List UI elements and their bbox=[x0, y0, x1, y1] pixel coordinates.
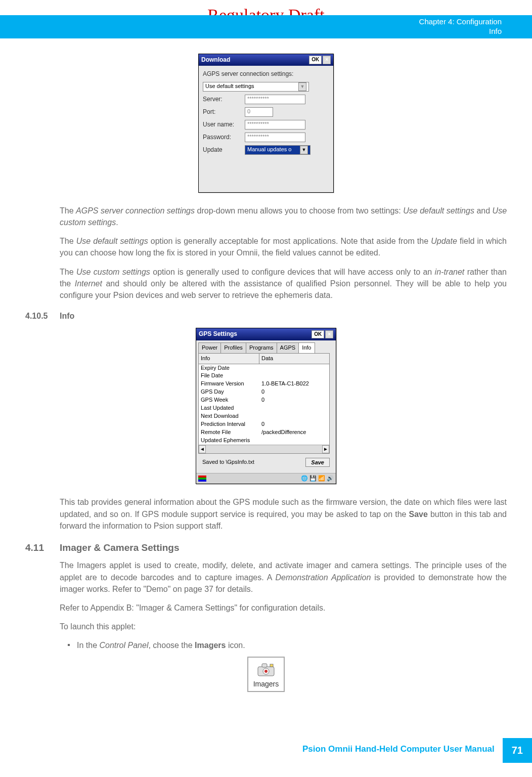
tab-info[interactable]: Info bbox=[298, 342, 315, 353]
info-row: Last Updated bbox=[199, 404, 329, 412]
download-dialog: Download OK × AGPS server connection set… bbox=[198, 54, 334, 193]
paragraph: The Imagers applet is used to create, mo… bbox=[60, 559, 507, 595]
saved-path: Saved to \GpsInfo.txt bbox=[202, 458, 254, 466]
tray-icons: 🌐 💾 📶 🔊 bbox=[301, 474, 334, 483]
dialog-title: GPS Settings bbox=[199, 330, 237, 338]
server-field: ********** bbox=[245, 95, 305, 104]
svg-point-2 bbox=[264, 670, 268, 673]
info-row: GPS Day0 bbox=[199, 388, 329, 396]
paragraph: The Use custom settings option is genera… bbox=[60, 266, 507, 301]
info-row: GPS Week0 bbox=[199, 396, 329, 404]
horizontal-scrollbar[interactable]: ◄► bbox=[199, 445, 329, 454]
section-title: Info bbox=[60, 310, 74, 322]
close-icon[interactable]: × bbox=[323, 56, 331, 64]
bullet: In the Control Panel, choose the Imagers… bbox=[68, 639, 507, 651]
scroll-right-icon[interactable]: ► bbox=[322, 445, 329, 454]
ok-button[interactable]: OK bbox=[312, 330, 324, 339]
server-label: Server: bbox=[203, 95, 241, 104]
tab-power[interactable]: Power bbox=[198, 342, 221, 353]
ok-button[interactable]: OK bbox=[309, 56, 322, 64]
info-row: Updated Ephemeris bbox=[199, 437, 329, 445]
section-4-10-5: 4.10.5 Info bbox=[25, 310, 507, 322]
tab-profiles[interactable]: Profiles bbox=[220, 342, 246, 353]
gps-settings-dialog: GPS Settings OK × Power Profiles Program… bbox=[196, 328, 336, 484]
page-number: 71 bbox=[503, 738, 532, 763]
tab-agps[interactable]: AGPS bbox=[277, 342, 299, 353]
tabs: Power Profiles Programs AGPS Info bbox=[198, 342, 334, 353]
camera-icon bbox=[255, 662, 277, 677]
port-field: 0 bbox=[245, 107, 273, 117]
dialog-titlebar: Download OK × bbox=[199, 54, 333, 66]
section-number: 4.11 bbox=[25, 541, 60, 555]
section-4-11: 4.11 Imager & Camera Settings bbox=[25, 541, 507, 555]
save-button[interactable]: Save bbox=[305, 458, 330, 467]
footer-title: Psion Omnii Hand-Held Computer User Manu… bbox=[294, 738, 503, 763]
section-title: Imager & Camera Settings bbox=[60, 541, 180, 555]
info-row: Prediction Interval0 bbox=[199, 420, 329, 428]
paragraph: Refer to Appendix B: "Imager & Camera Se… bbox=[60, 602, 507, 614]
paragraph: This tab provides general information ab… bbox=[60, 496, 507, 532]
user-field: ********** bbox=[245, 120, 305, 130]
port-label: Port: bbox=[203, 108, 241, 116]
chevron-down-icon: ▼ bbox=[298, 82, 306, 91]
paragraph: The AGPS server connection settings drop… bbox=[60, 205, 507, 228]
scroll-left-icon[interactable]: ◄ bbox=[199, 445, 206, 454]
pass-field: ********** bbox=[245, 133, 305, 142]
tab-programs[interactable]: Programs bbox=[246, 342, 277, 353]
dialog-titlebar: GPS Settings OK × bbox=[196, 328, 336, 340]
system-tray: 🌐 💾 📶 🔊 bbox=[196, 473, 336, 484]
conn-dropdown[interactable]: Use default settings▼ bbox=[203, 82, 309, 92]
svg-rect-4 bbox=[270, 664, 273, 667]
info-row: Expiry Date bbox=[199, 364, 329, 372]
icon-caption: Imagers bbox=[253, 679, 279, 689]
info-row: Remote File/packedDifference bbox=[199, 428, 329, 437]
close-icon[interactable]: × bbox=[325, 330, 333, 339]
paragraph: The Use default settings option is gener… bbox=[60, 235, 507, 258]
header-text: Chapter 4: Configuration Info bbox=[419, 17, 502, 36]
header-sub: Info bbox=[419, 27, 502, 36]
info-row: Next Download bbox=[199, 412, 329, 420]
imagers-cp-icon[interactable]: Imagers bbox=[247, 657, 285, 692]
chevron-down-icon: ▼ bbox=[300, 146, 308, 154]
bullet-dot bbox=[68, 644, 70, 646]
pass-label: Password: bbox=[203, 133, 241, 142]
info-row: File Date bbox=[199, 372, 329, 380]
update-dropdown[interactable]: Manual updates o▼ bbox=[245, 145, 311, 155]
header-chapter: Chapter 4: Configuration bbox=[419, 17, 502, 27]
info-table-header: InfoData bbox=[199, 354, 329, 364]
start-icon[interactable] bbox=[198, 476, 206, 482]
dialog-title: Download bbox=[201, 56, 230, 64]
info-row: Firmware Version1.0-BETA-C1-B022 bbox=[199, 380, 329, 388]
footer: Psion Omnii Hand-Held Computer User Manu… bbox=[294, 738, 532, 763]
user-label: User name: bbox=[203, 120, 241, 129]
section-number: 4.10.5 bbox=[25, 310, 60, 322]
conn-label: AGPS server connection settings: bbox=[203, 70, 329, 78]
update-label: Update bbox=[203, 146, 241, 154]
paragraph: To launch this applet: bbox=[60, 621, 507, 632]
svg-rect-3 bbox=[262, 664, 267, 667]
